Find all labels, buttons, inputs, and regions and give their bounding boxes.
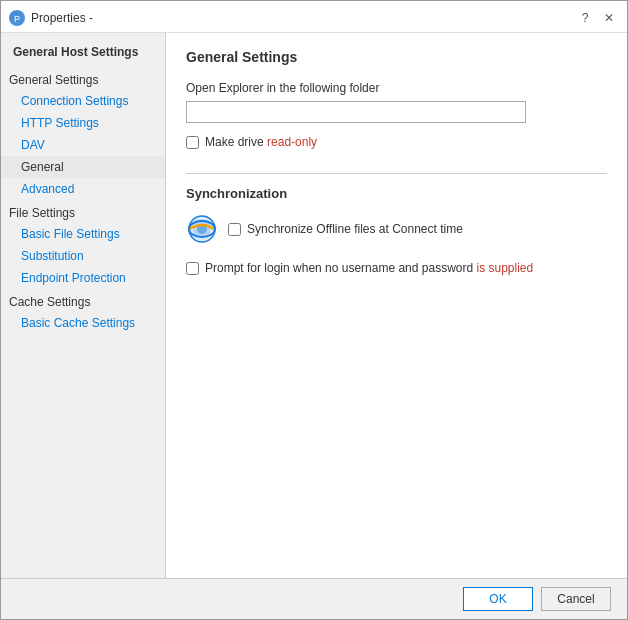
ie-icon bbox=[186, 213, 218, 245]
sync-offline-row: Synchronize Offline files at Connect tim… bbox=[228, 222, 463, 236]
help-button[interactable]: ? bbox=[575, 8, 595, 28]
sync-section-title: Synchronization bbox=[186, 186, 607, 201]
sidebar-section-file-settings: File Settings bbox=[1, 200, 165, 223]
title-bar-left: P Properties - bbox=[9, 10, 93, 26]
make-drive-readonly-checkbox[interactable] bbox=[186, 136, 199, 149]
title-bar: P Properties - ? ✕ bbox=[1, 1, 627, 33]
sidebar: General Host Settings General Settings C… bbox=[1, 33, 166, 578]
sidebar-item-endpoint-protection[interactable]: Endpoint Protection bbox=[1, 267, 165, 289]
footer: OK Cancel bbox=[1, 578, 627, 619]
sync-offline-label: Synchronize Offline files at Connect tim… bbox=[247, 222, 463, 236]
sidebar-item-substitution[interactable]: Substitution bbox=[1, 245, 165, 267]
prompt-login-row: Prompt for login when no username and pa… bbox=[186, 261, 607, 275]
panel-title: General Settings bbox=[186, 49, 607, 65]
prompt-login-label: Prompt for login when no username and pa… bbox=[205, 261, 533, 275]
dialog-title: Properties - bbox=[31, 11, 93, 25]
sidebar-item-general[interactable]: General bbox=[1, 156, 165, 178]
sidebar-item-dav[interactable]: DAV bbox=[1, 134, 165, 156]
ok-button[interactable]: OK bbox=[463, 587, 533, 611]
sidebar-item-basic-cache-settings[interactable]: Basic Cache Settings bbox=[1, 312, 165, 334]
prompt-login-checkbox[interactable] bbox=[186, 262, 199, 275]
close-button[interactable]: ✕ bbox=[599, 8, 619, 28]
sidebar-section-cache-settings: Cache Settings bbox=[1, 289, 165, 312]
cancel-button[interactable]: Cancel bbox=[541, 587, 611, 611]
sync-divider bbox=[186, 173, 607, 174]
dialog: P Properties - ? ✕ General Host Settings… bbox=[0, 0, 628, 620]
sync-row: Synchronize Offline files at Connect tim… bbox=[186, 213, 607, 245]
sidebar-item-advanced[interactable]: Advanced bbox=[1, 178, 165, 200]
sidebar-section-general-settings: General Settings bbox=[1, 67, 165, 90]
sync-offline-checkbox[interactable] bbox=[228, 223, 241, 236]
sidebar-item-http-settings[interactable]: HTTP Settings bbox=[1, 112, 165, 134]
sidebar-header: General Host Settings bbox=[1, 41, 165, 67]
sidebar-item-connection-settings[interactable]: Connection Settings bbox=[1, 90, 165, 112]
content-area: General Host Settings General Settings C… bbox=[1, 33, 627, 578]
main-panel: General Settings Open Explorer in the fo… bbox=[166, 33, 627, 578]
title-bar-controls: ? ✕ bbox=[575, 8, 619, 28]
folder-path-input[interactable] bbox=[186, 101, 526, 123]
sidebar-item-basic-file-settings[interactable]: Basic File Settings bbox=[1, 223, 165, 245]
make-drive-readonly-label: Make drive read-only bbox=[205, 135, 317, 149]
make-drive-readonly-row: Make drive read-only bbox=[186, 135, 607, 149]
app-icon: P bbox=[9, 10, 25, 26]
open-explorer-label: Open Explorer in the following folder bbox=[186, 81, 607, 95]
svg-text:P: P bbox=[14, 14, 20, 24]
